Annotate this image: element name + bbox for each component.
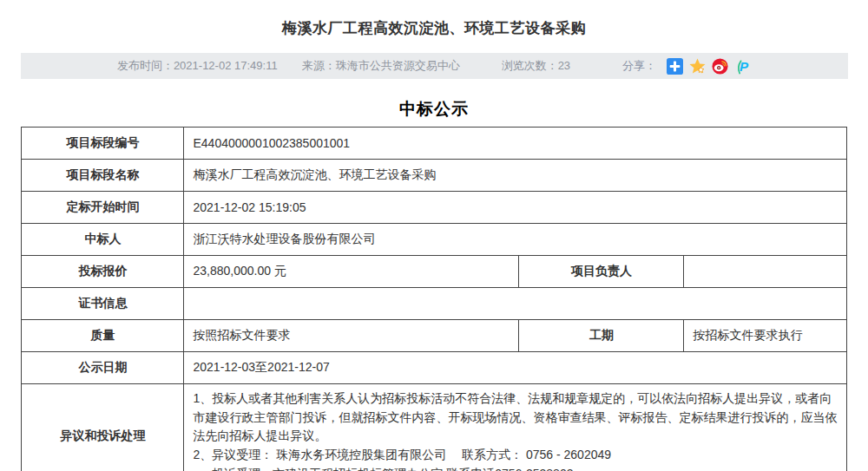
table-row: 中标人 浙江沃特水处理设备股份有限公司 <box>22 224 846 256</box>
row-label: 工期 <box>519 320 684 352</box>
row-label: 投标报价 <box>22 256 184 288</box>
row-label: 公示日期 <box>22 352 184 384</box>
award-start-time: 2021-12-02 15:19:05 <box>184 192 846 224</box>
table-row: 项目标段名称 梅溪水厂工程高效沉淀池、环境工艺设备采购 <box>22 160 846 192</box>
table-row: 定标开始时间 2021-12-02 15:19:05 <box>22 192 846 224</box>
bid-price: 23,880,000.00 元 <box>184 256 519 288</box>
meta-bar: 发布时间：2021-12-02 17:49:11 来源：珠海市公共资源交易中心 … <box>21 53 848 79</box>
share-more-icon[interactable] <box>667 58 683 75</box>
weibo-icon[interactable] <box>712 58 728 75</box>
page-title: 梅溪水厂工程高效沉淀池、环境工艺设备采购 <box>0 0 868 38</box>
project-manager <box>684 256 846 288</box>
table-row: 投标报价 23,880,000.00 元 项目负责人 <box>22 256 846 288</box>
project-section-number: E4404000001002385001001 <box>184 128 846 160</box>
table-row: 项目标段编号 E4404000001002385001001 <box>22 128 846 160</box>
table-row: 公示日期 2021-12-03至2021-12-07 <box>22 352 846 384</box>
winning-bidder: 浙江沃特水处理设备股份有限公司 <box>184 224 846 256</box>
source: 来源：珠海市公共资源交易中心 <box>302 58 460 74</box>
quality-requirement: 按照招标文件要求 <box>184 320 519 352</box>
project-section-name: 梅溪水厂工程高效沉淀池、环境工艺设备采购 <box>184 160 846 192</box>
objection-complaint-handling: 1、投标人或者其他利害关系人认为招标投标活动不符合法律、法规和规章规定的，可以依… <box>184 384 846 471</box>
share-icons: P <box>667 58 751 75</box>
row-label: 项目负责人 <box>519 256 684 288</box>
row-label: 项目标段名称 <box>22 160 184 192</box>
row-label: 中标人 <box>22 224 184 256</box>
p-share-icon[interactable]: P <box>734 58 751 75</box>
row-label: 定标开始时间 <box>22 192 184 224</box>
qzone-icon[interactable] <box>689 58 706 75</box>
publicity-period: 2021-12-03至2021-12-07 <box>184 352 846 384</box>
section-title: 中标公示 <box>0 98 868 121</box>
row-label: 异议和投诉处理 <box>22 384 184 471</box>
row-label: 项目标段编号 <box>22 128 184 160</box>
table-row: 质量 按照招标文件要求 工期 按招标文件要求执行 <box>22 320 846 352</box>
row-label: 质量 <box>22 320 184 352</box>
certificate-info <box>184 288 846 320</box>
row-label: 证书信息 <box>22 288 184 320</box>
share-label: 分享： <box>622 58 656 74</box>
table-row: 异议和投诉处理 1、投标人或者其他利害关系人认为招标投标活动不符合法律、法规和规… <box>22 384 846 471</box>
view-count: 浏览次数：23 <box>502 58 570 74</box>
table-row: 证书信息 <box>22 288 846 320</box>
bid-announcement-table: 项目标段编号 E4404000001002385001001 项目标段名称 梅溪… <box>21 127 846 471</box>
construction-period: 按招标文件要求执行 <box>684 320 846 352</box>
svg-text:P: P <box>740 58 749 73</box>
publish-time: 发布时间：2021-12-02 17:49:11 <box>117 58 278 74</box>
